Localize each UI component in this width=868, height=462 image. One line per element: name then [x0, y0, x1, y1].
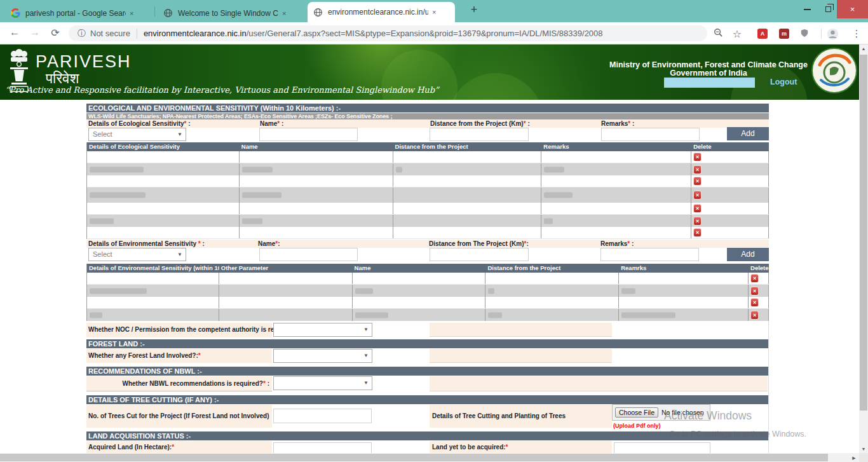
table-row: × [87, 175, 769, 187]
tab-title: environmentclearance.nic.in/user [328, 8, 428, 17]
vertical-scrollbar[interactable]: ▲ ▼ [859, 44, 868, 453]
tree-count-label: No. of Trees Cut for the Project (If For… [88, 412, 269, 419]
env-sensitivity-table: Details of Environmental Sensitivity (wi… [86, 264, 769, 321]
eco-remarks-input[interactable] [601, 128, 700, 141]
shield-extension-icon[interactable] [798, 28, 811, 39]
env-add-button[interactable]: Add [727, 248, 769, 261]
profile-avatar[interactable] [826, 28, 839, 39]
m-extension-icon[interactable]: m [779, 29, 789, 39]
zoom-icon[interactable] [712, 28, 724, 39]
tab-single-window[interactable]: Welcome to Single Window Clea × [158, 4, 304, 22]
adobe-acrobat-extension-icon[interactable]: A [757, 29, 768, 39]
globe-favicon [163, 8, 173, 18]
delete-row-button[interactable]: × [693, 191, 702, 200]
forest-select[interactable]: ▼ [273, 349, 372, 363]
info-icon[interactable]: ⓘ [78, 28, 86, 39]
delete-row-button[interactable]: × [750, 311, 759, 320]
horizontal-scroll-thumb[interactable] [0, 454, 828, 461]
table-cell [87, 297, 219, 308]
tab-google-search[interactable]: parivesh portal - Google Search × [5, 4, 153, 22]
window-minimize-button[interactable] [796, 0, 818, 18]
chevron-down-icon: ▼ [177, 128, 182, 141]
table-row: × [87, 215, 769, 227]
forward-icon[interactable]: → [28, 27, 42, 38]
logout-link[interactable]: Logout [770, 78, 797, 86]
chevron-down-icon: ▼ [363, 377, 369, 390]
chrome-menu-icon[interactable]: ⋮ [850, 28, 863, 39]
ministry-line2: Government of India [670, 69, 747, 78]
tab-title: Welcome to Single Window Clea [178, 9, 278, 18]
eco-add-button[interactable]: Add [727, 127, 769, 140]
delete-row-button[interactable]: × [750, 287, 759, 296]
tab-environment-clearance-active[interactable]: environmentclearance.nic.in/user × [308, 2, 455, 22]
delete-row-button[interactable]: × [750, 274, 759, 283]
label-details-ecological: Details of Ecological Sensitivity* : [88, 119, 191, 128]
acquired-land-input[interactable] [273, 442, 372, 453]
table-cell [393, 187, 542, 203]
redacted-text [242, 218, 262, 224]
delete-row-button[interactable]: × [693, 228, 702, 237]
delete-row-button[interactable]: × [693, 177, 702, 186]
table-row: × [87, 285, 769, 297]
table-cell: × [691, 163, 769, 175]
table-row: × [87, 203, 769, 215]
table-cell [353, 285, 486, 297]
delete-row-button[interactable]: × [750, 298, 759, 307]
scroll-right-icon[interactable]: ▶ [850, 456, 858, 461]
env-distance-input[interactable] [430, 248, 529, 261]
delete-row-button[interactable]: × [693, 217, 702, 226]
table-cell [219, 285, 353, 297]
tab-close-icon[interactable]: × [130, 10, 133, 17]
redacted-text [355, 288, 373, 294]
bookmark-star-icon[interactable]: ☆ [731, 28, 743, 39]
tab-close-icon[interactable]: × [432, 8, 436, 16]
table-cell [240, 163, 393, 175]
eco-sensitivity-table: Details of Ecological SensitivityNameDis… [86, 142, 769, 239]
scroll-down-icon[interactable]: ▼ [859, 447, 868, 451]
env-sensitivity-select[interactable]: Select▼ [88, 248, 186, 261]
redacted-text [621, 312, 675, 318]
back-icon[interactable]: ← [8, 27, 22, 38]
vertical-scroll-thumb[interactable] [860, 55, 867, 411]
table-cell [87, 151, 240, 163]
table-header-row: Details of Environmental Sensitivity (wi… [87, 264, 769, 273]
section-title-nbwl: RECOMMENDATIONS OF NBWL :- [86, 367, 769, 376]
choose-file-button[interactable]: Choose File [615, 407, 658, 418]
noc-select[interactable]: ▼ [273, 323, 372, 337]
chevron-down-icon: ▼ [363, 350, 369, 362]
delete-row-button[interactable]: × [693, 165, 702, 174]
eco-field-labels-row: Details of Ecological Sensitivity* : Nam… [86, 119, 769, 128]
eco-name-input[interactable] [259, 128, 358, 141]
land-yet-label-block: Land yet to be acquired:* [430, 441, 612, 453]
delete-row-button[interactable]: × [693, 204, 702, 213]
window-close-button[interactable]: × [837, 0, 868, 18]
land-yet-input[interactable] [614, 442, 710, 453]
reload-icon[interactable]: ⟳ [48, 27, 62, 39]
browser-window: parivesh portal - Google Search × Welcom… [0, 0, 868, 462]
horizontal-scrollbar[interactable]: ▶ [0, 453, 859, 462]
table-row: × [87, 227, 769, 239]
env-name-input[interactable] [259, 248, 358, 261]
globe-favicon [313, 8, 323, 17]
delete-row-button[interactable]: × [693, 153, 702, 161]
table-cell [87, 163, 240, 175]
tree-count-input[interactable] [273, 409, 372, 423]
tab-close-icon[interactable]: × [282, 10, 286, 17]
window-restore-button[interactable] [818, 0, 837, 18]
table-cell [393, 203, 542, 214]
redacted-text [544, 218, 553, 224]
redacted-text [90, 166, 144, 172]
table-cell [485, 309, 619, 321]
url-field[interactable]: ⓘ Not secure environmentclearance.nic.in… [69, 25, 707, 41]
moefcc-seal-logo [811, 47, 858, 94]
scroll-up-icon[interactable]: ▲ [859, 46, 868, 51]
table-cell: × [749, 273, 769, 284]
eco-distance-input[interactable] [430, 128, 529, 141]
google-favicon [11, 8, 20, 18]
env-remarks-input[interactable] [600, 248, 699, 261]
new-tab-button[interactable]: + [466, 3, 482, 17]
nbwl-select[interactable]: ▼ [273, 376, 372, 390]
table-cell [219, 309, 353, 321]
eco-sensitivity-select[interactable]: Select▼ [88, 128, 186, 141]
table-cell: × [691, 151, 769, 163]
